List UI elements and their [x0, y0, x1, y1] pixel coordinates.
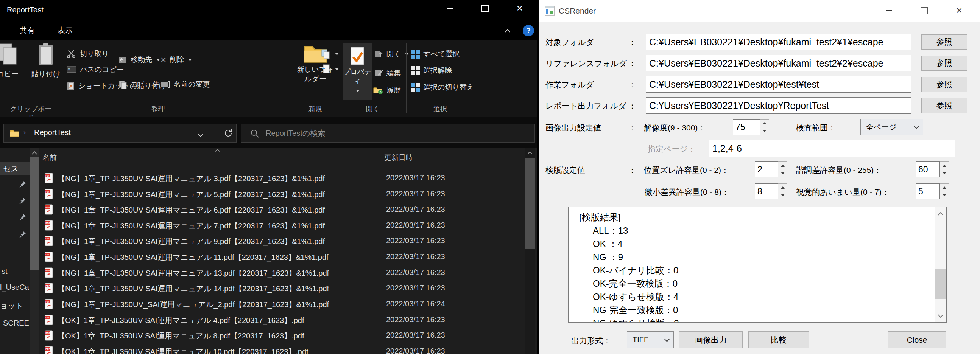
explorer-maximize-button[interactable]	[468, 0, 502, 17]
sidebar-item-quick-access[interactable]: セス	[0, 162, 30, 176]
report-folder-browse-button[interactable]: 参照	[921, 98, 967, 113]
collapse-ribbon-button[interactable]	[506, 29, 509, 35]
micro-diff-input[interactable]	[755, 183, 778, 199]
inspect-range-select[interactable]: 全ページ	[861, 119, 923, 135]
file-row[interactable]: 【OK】1章_TP-JL350UV SAI運用マニュアル 10.pdf【2203…	[39, 344, 525, 354]
sidebar-scrollbar[interactable]	[30, 148, 39, 354]
page-spec-input[interactable]	[709, 140, 955, 157]
file-list-scrollbar-thumb[interactable]	[525, 158, 535, 249]
spinner-buttons[interactable]	[778, 162, 788, 177]
sidebar-item[interactable]: ョット	[0, 301, 23, 311]
resolution-spinner[interactable]	[733, 119, 760, 135]
address-bar[interactable]: › ReportTest	[3, 124, 237, 143]
ribbon-subdivider	[155, 46, 155, 103]
easy-access-button[interactable]	[322, 63, 339, 75]
select-all-button[interactable]: すべて選択	[411, 48, 460, 60]
spin-up-icon[interactable]	[778, 162, 787, 170]
rename-button[interactable]: 名前の変更	[161, 78, 210, 90]
spin-up-icon[interactable]	[778, 184, 787, 191]
spin-down-icon[interactable]	[760, 127, 769, 135]
file-row[interactable]: 【NG】1章_TP-JL350UV SAI運用マニュアル 11.pdf【2203…	[39, 249, 525, 265]
tab-share[interactable]: 共有	[20, 25, 35, 35]
move-to-button[interactable]: 移動先	[118, 54, 160, 66]
file-row[interactable]: 【NG】1章_TP-JL350UV_SAI運用マニュアル_2.pdf【22031…	[39, 297, 525, 312]
search-input[interactable]	[265, 126, 509, 140]
sidebar-item[interactable]: l_UseCa	[0, 283, 29, 292]
history-button[interactable]: 履歴	[373, 84, 401, 97]
close-button[interactable]: Close	[888, 331, 946, 348]
work-folder-input[interactable]	[646, 76, 912, 93]
invert-selection-button[interactable]: 選択の切り替え	[411, 81, 474, 94]
cut-button[interactable]: 切り取り	[67, 48, 109, 60]
target-folder-input[interactable]	[646, 34, 912, 50]
copy-button[interactable]: コピー	[0, 42, 27, 79]
file-list-scrollbar[interactable]	[525, 148, 535, 354]
spin-down-icon[interactable]	[940, 170, 948, 177]
inspection-results-box[interactable]: [検版結果] ALL：13 OK ：4 NG ：9 OK-バイナリ比較：0 OK…	[568, 206, 947, 322]
select-none-button[interactable]: 選択解除	[411, 64, 452, 76]
open-button[interactable]: 開く	[375, 48, 409, 60]
sidebar-scrollbar-thumb[interactable]	[30, 157, 39, 270]
edit-button[interactable]: 編集	[375, 67, 401, 79]
file-row[interactable]: 【NG】1章_TP-JL350UV SAI運用マニュアル 6.pdf【22031…	[39, 202, 525, 217]
position-shift-spinner[interactable]	[755, 162, 778, 177]
dialog-maximize-button[interactable]	[912, 2, 936, 19]
spinner-buttons[interactable]	[760, 119, 769, 135]
position-shift-input[interactable]	[755, 162, 778, 177]
compare-button[interactable]: 比較	[748, 331, 809, 348]
micro-diff-spinner[interactable]	[755, 183, 778, 199]
spinner-buttons[interactable]	[940, 183, 949, 199]
column-header-name[interactable]: 名前	[42, 153, 57, 163]
column-header-modified[interactable]: 更新日時	[384, 153, 413, 163]
chevron-down-icon	[664, 336, 670, 341]
tab-view[interactable]: 表示	[57, 25, 73, 35]
tone-diff-input[interactable]	[916, 162, 940, 177]
paste-button[interactable]: 貼り付け	[28, 42, 64, 79]
file-row[interactable]: 【NG】1章_TP-JL350UV SAI運用マニュアル 5.pdf【22031…	[39, 186, 525, 202]
sidebar-item[interactable]: st	[2, 267, 8, 276]
results-scrollbar-thumb[interactable]	[935, 268, 946, 299]
tone-diff-spinner[interactable]	[916, 162, 940, 177]
explorer-minimize-button[interactable]	[433, 0, 468, 17]
properties-button[interactable]: プロパティ	[342, 43, 372, 100]
spin-up-icon[interactable]	[940, 162, 948, 170]
report-folder-input[interactable]	[646, 97, 912, 114]
spin-down-icon[interactable]	[778, 170, 787, 177]
target-folder-browse-button[interactable]: 参照	[921, 35, 967, 49]
address-dropdown-button[interactable]	[199, 131, 202, 138]
visual-ambiguity-spinner[interactable]	[916, 183, 940, 199]
file-row[interactable]: 【OK】1章_TP-JL350UV SAI運用マニュアル 8.pdf【22031…	[39, 328, 525, 343]
resolution-input[interactable]	[733, 119, 760, 135]
output-format-select[interactable]: TIFF	[627, 331, 674, 348]
file-row[interactable]: 【OK】1章_TP-JL350UV SAI運用マニュアル 4.pdf【22031…	[39, 313, 525, 328]
help-button[interactable]: ?	[523, 25, 534, 36]
image-output-button[interactable]: 画像出力	[679, 331, 743, 348]
reference-folder-browse-button[interactable]: 参照	[921, 56, 967, 71]
spin-down-icon[interactable]	[778, 191, 787, 199]
dialog-close-button[interactable]: ×	[947, 2, 971, 19]
file-row[interactable]: 【NG】1章_TP-JL350UV SAI運用マニュアル 9.pdf【22031…	[39, 233, 525, 249]
file-row[interactable]: 【NG】1章_TP-JL350UV SAI運用マニュアル 13.pdf【2203…	[39, 265, 525, 281]
delete-button[interactable]: × 削除	[161, 54, 192, 66]
reference-folder-input[interactable]	[646, 55, 912, 71]
visual-ambiguity-input[interactable]	[916, 183, 940, 199]
work-folder-browse-button[interactable]: 参照	[921, 77, 967, 92]
file-row[interactable]: 【NG】1章_TP-JL350UV SAI運用マニュアル 14.pdf【2203…	[39, 281, 525, 296]
file-row[interactable]: 【NG】1章_TP-JL350UV SAI運用マニュアル 7.pdf【22031…	[39, 218, 525, 233]
copy-path-button[interactable]: \\.. パスのコピー	[67, 63, 124, 76]
spin-up-icon[interactable]	[940, 184, 948, 191]
new-item-button[interactable]	[321, 48, 339, 60]
refresh-icon[interactable]	[223, 128, 233, 138]
breadcrumb-location[interactable]: ReportTest	[34, 128, 71, 137]
results-scrollbar[interactable]	[935, 207, 946, 322]
file-row[interactable]: 【NG】1章_TP-JL350UV SAI運用マニュアル 3.pdf【22031…	[39, 171, 525, 186]
spinner-buttons[interactable]	[778, 183, 788, 199]
spin-up-icon[interactable]	[760, 119, 769, 127]
spin-down-icon[interactable]	[940, 191, 948, 199]
dialog-minimize-button[interactable]	[877, 2, 900, 19]
column-divider[interactable]	[380, 150, 380, 167]
spinner-buttons[interactable]	[940, 162, 949, 177]
search-box[interactable]	[241, 124, 535, 143]
explorer-close-button[interactable]: ×	[502, 0, 537, 17]
sidebar-item[interactable]: SCREEI	[3, 319, 31, 327]
